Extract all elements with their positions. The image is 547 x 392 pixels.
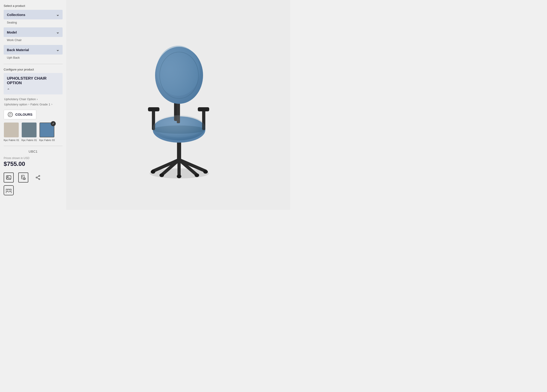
svg-point-33 — [203, 170, 208, 174]
model-dropdown-container: Model ⌄ Work Chair — [4, 27, 62, 44]
upholstery-box: UPHOLSTERY CHAIR OPTION ⌃ — [4, 73, 62, 94]
svg-point-52 — [153, 115, 205, 140]
upholstery-option-label: Upholstery option — [4, 103, 27, 106]
fabric-grade-label: Fabric Grade 1 — [30, 103, 50, 106]
svg-point-5 — [7, 176, 8, 177]
divider-2 — [4, 146, 62, 146]
colours-button[interactable]: COLOURS — [4, 110, 36, 119]
collections-chevron-icon: ⌄ — [56, 12, 59, 17]
image-icon — [6, 175, 11, 180]
svg-point-34 — [159, 173, 164, 177]
svg-line-13 — [37, 178, 39, 179]
back-material-chevron-icon: ⌄ — [56, 47, 59, 52]
svg-rect-45 — [198, 107, 209, 111]
svg-point-36 — [177, 174, 181, 178]
upholstery-sub-breadcrumb[interactable]: Upholstery option › Fabric Grade 1 › — [4, 102, 62, 108]
swatch-color-3[interactable]: ✓ — [40, 123, 54, 137]
svg-point-51 — [155, 47, 203, 104]
svg-text:PDF: PDF — [24, 178, 26, 179]
swatch-check-icon: ✓ — [51, 121, 56, 126]
svg-rect-15 — [6, 189, 7, 191]
breadcrumb-sub-arrow1-icon: › — [28, 103, 29, 106]
colours-label: COLOURS — [15, 113, 32, 116]
chair-image — [121, 25, 235, 185]
configure-label: Configure your product — [4, 68, 62, 71]
ar-row — [4, 185, 62, 195]
svg-point-11 — [36, 177, 37, 178]
collections-value: Seating — [4, 20, 62, 27]
ar-button[interactable] — [4, 185, 14, 195]
ar-icon — [6, 187, 12, 193]
svg-point-1 — [9, 114, 10, 114]
divider-1 — [4, 64, 62, 64]
back-material-value: Uph Back — [4, 55, 62, 62]
swatch-label-2: Kpc Fabric 01 — [21, 139, 37, 142]
model-label: Model — [7, 30, 17, 34]
svg-point-2 — [10, 113, 11, 114]
back-material-dropdown-container: Back Material ⌄ Uph Back — [4, 45, 62, 62]
swatch-label-3: Kpc Fabric 03 — [39, 139, 55, 142]
swatch-item-2[interactable]: Kpc Fabric 01 — [21, 123, 37, 142]
breadcrumb-arrow-icon: › — [37, 97, 38, 101]
svg-rect-19 — [6, 192, 7, 193]
swatches-row: Kpc Fabric 01 Kpc Fabric 01 ✓ Kpc Fabric… — [4, 123, 62, 142]
model-value: Work Chair — [4, 37, 62, 44]
palette-icon — [7, 112, 13, 117]
svg-point-32 — [151, 170, 155, 174]
upholstery-breadcrumb-label: Upholstery Chair Option — [4, 97, 36, 101]
model-chevron-icon: ⌄ — [56, 30, 59, 35]
swatch-item-1[interactable]: Kpc Fabric 01 — [4, 123, 19, 142]
select-product-label: Select a product — [4, 4, 62, 7]
collections-dropdown-container: Collections ⌄ Seating — [4, 10, 62, 27]
image-button[interactable] — [4, 173, 14, 183]
breadcrumb-sub-arrow2-icon: › — [51, 103, 52, 106]
svg-rect-43 — [148, 107, 159, 111]
svg-marker-22 — [7, 189, 10, 192]
svg-line-12 — [37, 176, 39, 177]
price-value: $755.00 — [4, 160, 62, 167]
back-material-label: Back Material — [7, 48, 29, 52]
swatch-item-3[interactable]: ✓ Kpc Fabric 03 — [39, 123, 55, 142]
pdf-icon: PDF — [21, 175, 26, 180]
swatch-color-2[interactable] — [22, 123, 37, 137]
svg-rect-17 — [11, 189, 12, 191]
upholstery-title: UPHOLSTERY CHAIR OPTION — [7, 76, 59, 86]
pdf-button[interactable]: PDF — [18, 173, 28, 183]
price-section: Prices shown in USD $755.00 — [4, 157, 62, 167]
svg-point-9 — [39, 175, 40, 177]
bottom-icons-row: PDF — [4, 173, 62, 183]
upholstery-breadcrumb[interactable]: Upholstery Chair Option › — [4, 96, 62, 102]
svg-point-10 — [39, 179, 40, 180]
collections-label: Collections — [7, 13, 25, 17]
svg-point-0 — [8, 112, 13, 117]
model-dropdown-btn[interactable]: Model ⌄ — [4, 27, 62, 37]
svg-rect-21 — [11, 192, 12, 193]
share-button[interactable] — [33, 173, 43, 183]
product-code: UBC1 — [4, 150, 62, 153]
price-label: Prices shown in USD — [4, 157, 62, 160]
svg-point-3 — [11, 114, 11, 114]
share-icon — [35, 175, 41, 180]
chair-svg — [121, 25, 235, 180]
right-panel — [66, 0, 290, 210]
upholstery-collapse-icon[interactable]: ⌃ — [7, 88, 10, 92]
collections-dropdown-btn[interactable]: Collections ⌄ — [4, 10, 62, 19]
svg-point-35 — [195, 173, 199, 177]
left-panel: Select a product Collections ⌄ Seating M… — [0, 0, 66, 210]
swatch-label-1: Kpc Fabric 01 — [4, 139, 19, 142]
swatch-color-1[interactable] — [4, 123, 19, 137]
back-material-dropdown-btn[interactable]: Back Material ⌄ — [4, 45, 62, 54]
